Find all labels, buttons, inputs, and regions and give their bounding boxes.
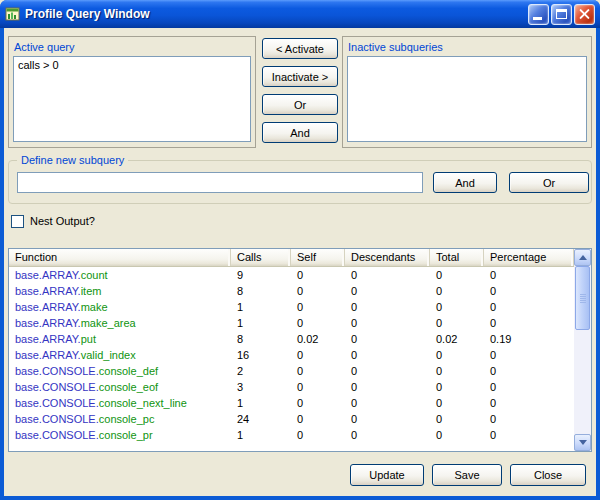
- function-feature-name: console_pc: [99, 413, 155, 425]
- function-class-path: base.ARRAY.: [15, 317, 81, 329]
- value-cell: 1: [231, 395, 291, 411]
- value-cell: 0.02: [291, 331, 345, 347]
- inactive-subqueries-list[interactable]: [347, 56, 587, 142]
- minimize-icon: [533, 17, 542, 20]
- function-feature-name: make: [81, 301, 108, 313]
- arrow-down-icon: [579, 440, 587, 445]
- table-row[interactable]: base.ARRAY.make10000: [9, 299, 574, 315]
- value-cell: 1: [231, 427, 291, 443]
- value-cell: 0: [484, 299, 574, 315]
- function-class-path: base.ARRAY.: [15, 333, 81, 345]
- function-cell: base.ARRAY.make_area: [9, 315, 231, 331]
- titlebar[interactable]: Profile Query Window: [0, 0, 600, 28]
- profile-table: FunctionCallsSelfDescendantsTotalPercent…: [8, 248, 592, 452]
- function-feature-name: console_eof: [99, 381, 158, 393]
- scrollbar-track[interactable]: [574, 266, 591, 434]
- update-button[interactable]: Update: [350, 464, 424, 486]
- value-cell: 0: [430, 363, 484, 379]
- scroll-up-button[interactable]: [574, 249, 591, 266]
- table-header-cell[interactable]: Total: [430, 249, 484, 266]
- close-button[interactable]: [574, 4, 595, 25]
- inactivate-button[interactable]: Inactivate >: [262, 66, 338, 87]
- inactive-subqueries-label: Inactive subqueries: [347, 40, 587, 56]
- table-row[interactable]: base.ARRAY.make_area10000: [9, 315, 574, 331]
- value-cell: 0: [345, 267, 430, 283]
- value-cell: 0: [430, 411, 484, 427]
- value-cell: 0: [345, 395, 430, 411]
- function-cell: base.CONSOLE.console_pr: [9, 427, 231, 443]
- value-cell: 0: [430, 315, 484, 331]
- value-cell: 0.19: [484, 331, 574, 347]
- function-class-path: base.ARRAY.: [15, 269, 81, 281]
- value-cell: 3: [231, 379, 291, 395]
- maximize-icon: [556, 9, 567, 19]
- table-row[interactable]: base.ARRAY.count90000: [9, 267, 574, 283]
- maximize-button[interactable]: [551, 4, 572, 25]
- value-cell: 24: [231, 411, 291, 427]
- active-query-item[interactable]: calls > 0: [18, 59, 246, 71]
- function-feature-name: console_def: [99, 365, 158, 377]
- window-controls: [528, 4, 595, 25]
- save-button[interactable]: Save: [432, 464, 502, 486]
- value-cell: 0: [430, 379, 484, 395]
- scrollbar-thumb[interactable]: [575, 266, 590, 330]
- function-feature-name: count: [81, 269, 108, 281]
- value-cell: 0: [345, 379, 430, 395]
- table-header-cell[interactable]: Calls: [231, 249, 291, 266]
- close-window-button[interactable]: Close: [510, 464, 586, 486]
- function-cell: base.CONSOLE.console_def: [9, 363, 231, 379]
- table-row[interactable]: base.ARRAY.item80000: [9, 283, 574, 299]
- table-header-cell[interactable]: Descendants: [345, 249, 430, 266]
- table-header-cell[interactable]: Percentage: [484, 249, 574, 266]
- or-button[interactable]: Or: [262, 94, 338, 115]
- value-cell: 0: [345, 363, 430, 379]
- minimize-button[interactable]: [528, 4, 549, 25]
- table-row[interactable]: base.CONSOLE.console_pr10000: [9, 427, 574, 443]
- value-cell: 0: [430, 299, 484, 315]
- arrow-up-icon: [579, 255, 587, 260]
- value-cell: 0: [345, 347, 430, 363]
- define-subquery-group: Define new subquery And Or: [8, 160, 592, 204]
- value-cell: 0: [484, 267, 574, 283]
- define-subquery-label: Define new subquery: [17, 153, 128, 167]
- table-header-cell[interactable]: Self: [291, 249, 345, 266]
- function-class-path: base.ARRAY.: [15, 349, 81, 361]
- inactive-subqueries-panel: Inactive subqueries: [342, 36, 592, 148]
- subquery-and-button[interactable]: And: [433, 172, 497, 193]
- function-feature-name: item: [81, 285, 102, 297]
- function-class-path: base.ARRAY.: [15, 285, 81, 297]
- and-button[interactable]: And: [262, 122, 338, 143]
- table-row[interactable]: base.ARRAY.put80.0200.020.19: [9, 331, 574, 347]
- value-cell: 0: [430, 395, 484, 411]
- table-row[interactable]: base.CONSOLE.console_pc240000: [9, 411, 574, 427]
- value-cell: 2: [231, 363, 291, 379]
- subquery-input[interactable]: [17, 172, 423, 193]
- activate-button[interactable]: < Activate: [262, 38, 338, 59]
- value-cell: 0: [291, 363, 345, 379]
- function-class-path: base.ARRAY.: [15, 301, 81, 313]
- value-cell: 0: [484, 363, 574, 379]
- table-header-cell[interactable]: Function: [9, 249, 231, 266]
- nest-output-label: Nest Output?: [30, 215, 95, 227]
- subquery-or-button[interactable]: Or: [509, 172, 589, 193]
- value-cell: 1: [231, 315, 291, 331]
- value-cell: 0: [291, 267, 345, 283]
- value-cell: 0: [484, 347, 574, 363]
- table-row[interactable]: base.ARRAY.valid_index160000: [9, 347, 574, 363]
- scroll-down-button[interactable]: [574, 434, 591, 451]
- function-cell: base.ARRAY.make: [9, 299, 231, 315]
- function-cell: base.CONSOLE.console_pc: [9, 411, 231, 427]
- table-row[interactable]: base.CONSOLE.console_eof30000: [9, 379, 574, 395]
- value-cell: 9: [231, 267, 291, 283]
- active-query-list[interactable]: calls > 0: [13, 56, 251, 142]
- table-row[interactable]: base.CONSOLE.console_def20000: [9, 363, 574, 379]
- value-cell: 0: [291, 395, 345, 411]
- transfer-buttons: < Activate Inactivate > Or And: [262, 36, 338, 143]
- value-cell: 0: [484, 427, 574, 443]
- function-class-path: base.CONSOLE.: [15, 365, 99, 377]
- vertical-scrollbar[interactable]: [574, 249, 591, 451]
- function-cell: base.CONSOLE.console_next_line: [9, 395, 231, 411]
- nest-output-checkbox[interactable]: [11, 215, 24, 228]
- value-cell: 0: [291, 379, 345, 395]
- table-row[interactable]: base.CONSOLE.console_next_line10000: [9, 395, 574, 411]
